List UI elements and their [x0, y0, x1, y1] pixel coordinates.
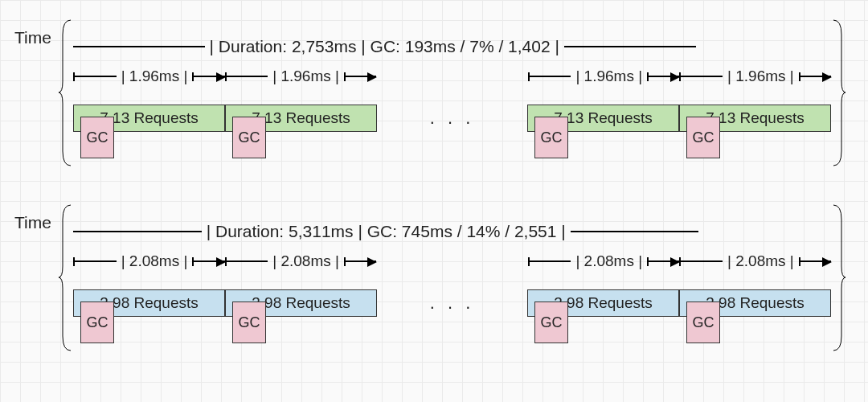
- gc-box: GC: [534, 117, 568, 158]
- time-label: Time: [14, 28, 51, 47]
- request-box: 7.13 Requests GC: [225, 105, 377, 132]
- request-label: 3.98 Requests: [706, 294, 805, 312]
- request-box: 3.98 Requests GC: [679, 289, 831, 317]
- interval-label: | 2.08ms |: [268, 252, 344, 270]
- request-label: 3.98 Requests: [100, 294, 199, 312]
- gc-box: GC: [80, 302, 114, 343]
- gc-box: GC: [232, 302, 266, 343]
- interval-label: | 1.96ms |: [571, 68, 647, 85]
- summary-text: | Duration: 2,753ms | GC: 193ms / 7% / 1…: [205, 37, 564, 56]
- timeline-2: Time | Duration: 5,311ms | GC: 745ms / 1…: [14, 207, 854, 392]
- gc-box: GC: [232, 117, 266, 158]
- summary-text: | Duration: 5,311ms | GC: 745ms / 14% / …: [202, 222, 571, 241]
- interval-label: | 2.08ms |: [571, 252, 647, 270]
- brace-close-icon: [831, 18, 845, 167]
- brace-close-icon: [831, 203, 845, 352]
- request-box: 7.13 Requests GC: [679, 105, 831, 132]
- request-label: 3.98 Requests: [554, 294, 653, 312]
- brace-open-icon: [59, 203, 73, 352]
- summary-bar: | Duration: 5,311ms | GC: 745ms / 14% / …: [73, 222, 831, 241]
- gc-box: GC: [80, 117, 114, 158]
- timeline-1: Time | Duration: 2,753ms | GC: 193ms / 7…: [14, 23, 854, 207]
- request-label: 7.13 Requests: [706, 109, 805, 127]
- summary-bar: | Duration: 2,753ms | GC: 193ms / 7% / 1…: [73, 37, 831, 56]
- request-row: 7.13 Requests GC 7.13 Requests GC . . . …: [73, 105, 831, 132]
- brace-open-icon: [59, 18, 73, 167]
- gc-box: GC: [686, 117, 720, 158]
- request-box: 7.13 Requests GC: [527, 105, 679, 132]
- request-label: 7.13 Requests: [554, 109, 653, 127]
- request-box: 3.98 Requests GC: [527, 289, 679, 317]
- time-label: Time: [14, 213, 51, 232]
- gc-box: GC: [686, 302, 720, 343]
- interval-label: | 1.96ms |: [268, 68, 344, 85]
- ellipsis: . . .: [377, 105, 527, 132]
- gc-box: GC: [534, 302, 568, 343]
- request-label: 3.98 Requests: [252, 294, 350, 312]
- interval-label: | 2.08ms |: [117, 252, 193, 270]
- interval-label: | 1.96ms |: [117, 68, 193, 85]
- interval-row: | 1.96ms | | 1.96ms | | 1.96ms | | 1.96m…: [73, 71, 831, 82]
- interval-label: | 1.96ms |: [723, 68, 799, 85]
- request-label: 7.13 Requests: [100, 109, 199, 127]
- request-box: 7.13 Requests GC: [73, 105, 225, 132]
- interval-row: | 2.08ms | | 2.08ms | | 2.08ms | | 2.08m…: [73, 256, 831, 267]
- request-box: 3.98 Requests GC: [225, 289, 377, 317]
- ellipsis: . . .: [377, 289, 527, 317]
- request-label: 7.13 Requests: [252, 109, 350, 127]
- request-row: 3.98 Requests GC 3.98 Requests GC . . . …: [73, 289, 831, 317]
- interval-label: | 2.08ms |: [723, 252, 799, 270]
- request-box: 3.98 Requests GC: [73, 289, 225, 317]
